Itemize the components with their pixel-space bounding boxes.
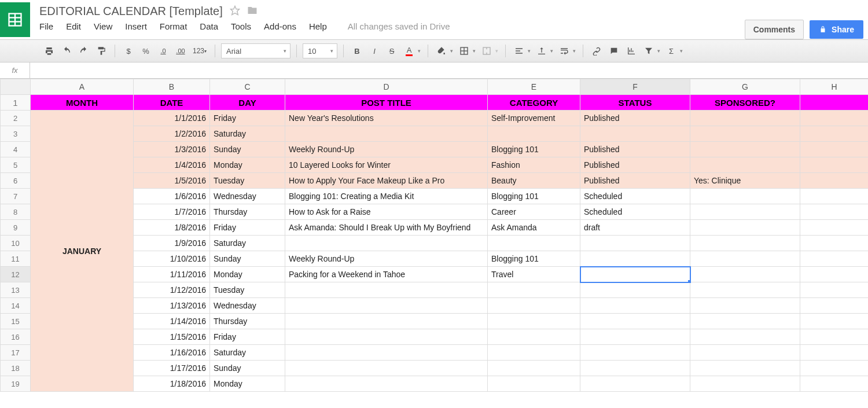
share-button[interactable]: Share xyxy=(810,20,863,39)
cell-G3[interactable] xyxy=(690,126,800,142)
cell-H7[interactable] xyxy=(800,189,869,204)
menu-view[interactable]: View xyxy=(94,21,112,31)
header-cell-H[interactable] xyxy=(800,95,869,111)
cell-G13[interactable] xyxy=(690,282,800,298)
cell-G8[interactable] xyxy=(690,204,800,220)
text-color-button[interactable]: A xyxy=(402,43,417,58)
cell-B16[interactable]: 1/15/2016 xyxy=(134,329,210,345)
menu-file[interactable]: File xyxy=(39,21,53,31)
header-cell-D[interactable]: POST TITLE xyxy=(285,95,488,111)
cell-B5[interactable]: 1/4/2016 xyxy=(134,157,210,173)
cell-G7[interactable] xyxy=(690,189,800,204)
cell-B7[interactable]: 1/6/2016 xyxy=(134,189,210,204)
cell-E4[interactable]: Blogging 101 xyxy=(488,142,580,157)
cell-D19[interactable] xyxy=(285,376,488,392)
row-header[interactable]: 16 xyxy=(1,329,31,345)
cell-C12[interactable]: Monday xyxy=(210,267,285,282)
cell-H4[interactable] xyxy=(800,142,869,157)
text-wrap-button[interactable] xyxy=(557,43,572,58)
cell-E8[interactable]: Career xyxy=(488,204,580,220)
document-title[interactable]: EDITORIAL CALENDAR [Template] xyxy=(39,5,223,18)
cell-C15[interactable]: Thursday xyxy=(210,314,285,329)
cell-C14[interactable]: Wednesday xyxy=(210,298,285,314)
row-header[interactable]: 8 xyxy=(1,204,31,220)
star-icon[interactable] xyxy=(230,5,240,17)
undo-icon[interactable] xyxy=(59,43,74,58)
cell-G9[interactable] xyxy=(690,220,800,236)
cell-B10[interactable]: 1/9/2016 xyxy=(134,236,210,251)
cell-B9[interactable]: 1/8/2016 xyxy=(134,220,210,236)
sheets-logo[interactable] xyxy=(0,2,30,37)
cell-C8[interactable]: Thursday xyxy=(210,204,285,220)
italic-button[interactable]: I xyxy=(367,43,382,58)
cell-D17[interactable] xyxy=(285,345,488,361)
cell-E11[interactable]: Blogging 101 xyxy=(488,251,580,267)
menu-insert[interactable]: Insert xyxy=(125,21,147,31)
cell-E7[interactable]: Blogging 101 xyxy=(488,189,580,204)
cell-E9[interactable]: Ask Amanda xyxy=(488,220,580,236)
cell-C19[interactable]: Monday xyxy=(210,376,285,392)
menu-data[interactable]: Data xyxy=(200,21,218,31)
text-wrap-dropdown[interactable]: ▾ xyxy=(573,48,576,54)
fill-color-button[interactable] xyxy=(434,43,449,58)
cell-C5[interactable]: Monday xyxy=(210,157,285,173)
cell-B14[interactable]: 1/13/2016 xyxy=(134,298,210,314)
cell-E18[interactable] xyxy=(488,361,580,376)
cell-H19[interactable] xyxy=(800,376,869,392)
percent-button[interactable]: % xyxy=(138,43,153,58)
cell-D16[interactable] xyxy=(285,329,488,345)
redo-icon[interactable] xyxy=(76,43,91,58)
cell-B8[interactable]: 1/7/2016 xyxy=(134,204,210,220)
cell-E5[interactable]: Fashion xyxy=(488,157,580,173)
cell-E16[interactable] xyxy=(488,329,580,345)
print-icon[interactable] xyxy=(42,43,57,58)
cell-F18[interactable] xyxy=(580,361,690,376)
cell-G10[interactable] xyxy=(690,236,800,251)
cell-H16[interactable] xyxy=(800,329,869,345)
cell-D7[interactable]: Blogging 101: Creating a Media Kit xyxy=(285,189,488,204)
paint-format-icon[interactable] xyxy=(94,43,109,58)
cell-B11[interactable]: 1/10/2016 xyxy=(134,251,210,267)
row-header[interactable]: 18 xyxy=(1,361,31,376)
cell-E10[interactable] xyxy=(488,236,580,251)
cell-F12[interactable] xyxy=(580,267,690,282)
cell-H5[interactable] xyxy=(800,157,869,173)
number-format-button[interactable]: 123 ▾ xyxy=(190,43,209,58)
cell-E13[interactable] xyxy=(488,282,580,298)
decrease-decimal-button[interactable]: .0 xyxy=(156,43,171,58)
fill-color-dropdown[interactable]: ▾ xyxy=(450,48,453,54)
menu-addons[interactable]: Add-ons xyxy=(264,21,296,31)
currency-button[interactable]: $ xyxy=(121,43,136,58)
row-header[interactable]: 14 xyxy=(1,298,31,314)
cell-G5[interactable] xyxy=(690,157,800,173)
formula-input[interactable] xyxy=(30,63,868,78)
row-header[interactable]: 2 xyxy=(1,111,31,126)
cell-G14[interactable] xyxy=(690,298,800,314)
v-align-button[interactable] xyxy=(534,43,549,58)
column-header-E[interactable]: E xyxy=(488,79,580,95)
cell-G15[interactable] xyxy=(690,314,800,329)
cell-F13[interactable] xyxy=(580,282,690,298)
cell-H11[interactable] xyxy=(800,251,869,267)
cell-C18[interactable]: Sunday xyxy=(210,361,285,376)
menu-format[interactable]: Format xyxy=(160,21,187,31)
cell-H3[interactable] xyxy=(800,126,869,142)
row-header[interactable]: 17 xyxy=(1,345,31,361)
cell-C11[interactable]: Sunday xyxy=(210,251,285,267)
cell-B12[interactable]: 1/11/2016 xyxy=(134,267,210,282)
functions-dropdown[interactable]: ▾ xyxy=(680,48,683,54)
row-header[interactable]: 3 xyxy=(1,126,31,142)
cell-B19[interactable]: 1/18/2016 xyxy=(134,376,210,392)
cell-D11[interactable]: Weekly Round-Up xyxy=(285,251,488,267)
cell-B6[interactable]: 1/5/2016 xyxy=(134,173,210,189)
cell-F3[interactable] xyxy=(580,126,690,142)
header-cell-G[interactable]: SPONSORED? xyxy=(690,95,800,111)
row-header[interactable]: 13 xyxy=(1,282,31,298)
row-header[interactable]: 11 xyxy=(1,251,31,267)
borders-button[interactable] xyxy=(457,43,472,58)
cell-F7[interactable]: Scheduled xyxy=(580,189,690,204)
cell-C6[interactable]: Tuesday xyxy=(210,173,285,189)
cell-C3[interactable]: Saturday xyxy=(210,126,285,142)
column-header-F[interactable]: F xyxy=(580,79,690,95)
cell-E15[interactable] xyxy=(488,314,580,329)
